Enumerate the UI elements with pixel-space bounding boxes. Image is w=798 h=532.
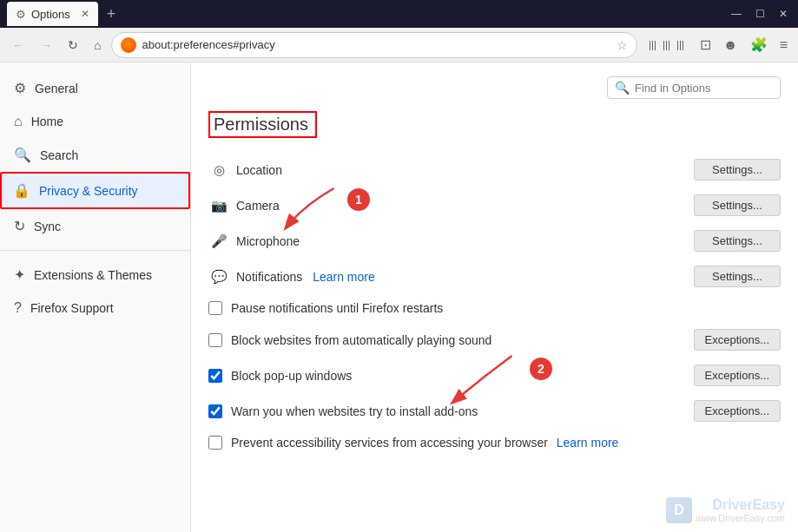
bookmark-star-icon[interactable]: ☆ [617, 38, 628, 52]
gear-icon: ⚙ [16, 8, 26, 21]
minimize-button[interactable]: — [728, 6, 745, 22]
sidebar-label-search: Search [40, 148, 78, 162]
sidebar-label-sync: Sync [34, 220, 61, 233]
sidebar-label-general: General [35, 82, 78, 95]
home-button[interactable]: ⌂ [89, 35, 106, 56]
back-button[interactable]: ← [7, 35, 30, 56]
sidebar-item-sync[interactable]: ↻ Sync [0, 209, 190, 243]
microphone-settings-button[interactable]: Settings... [694, 230, 781, 252]
library-icon[interactable]: ⫼⫼⫼ [643, 34, 691, 56]
watermark-brand: DriverEasy www.DriverEasy.com [696, 497, 785, 523]
tab-close-btn[interactable]: ✕ [81, 8, 89, 20]
account-icon[interactable]: ☻ [720, 34, 742, 56]
sidebar-label-extensions: Extensions & Themes [34, 268, 152, 282]
warn-addons-label: Warn you when websites try to install ad… [231, 404, 685, 418]
extensions-icon[interactable]: 🧩 [747, 33, 771, 56]
content-area: 🔍 Permissions ◎ Location Settings... 📷 C… [191, 62, 798, 532]
block-sound-exceptions-button[interactable]: Exceptions... [694, 329, 781, 351]
block-popup-checkbox[interactable] [208, 369, 222, 383]
annotation-badge-2: 2 [530, 358, 552, 380]
find-options-input[interactable] [635, 82, 773, 95]
window-controls: — ☐ ✕ [728, 6, 791, 22]
tab-label: Options [31, 8, 70, 21]
support-icon: ? [14, 300, 22, 316]
title-bar: ⚙ Options ✕ + — ☐ ✕ [0, 0, 798, 28]
home-icon: ⌂ [14, 114, 23, 129]
accessibility-learn-more-link[interactable]: Learn more [557, 436, 619, 450]
general-icon: ⚙ [14, 80, 26, 96]
tab-area: ⚙ Options ✕ + [7, 0, 728, 28]
refresh-button[interactable]: ↻ [63, 35, 83, 56]
menu-icon[interactable]: ≡ [776, 34, 791, 56]
firefox-logo-icon [121, 37, 136, 53]
perm-row-camera: 📷 Camera Settings... [208, 187, 781, 223]
sidebar-item-support[interactable]: ? Firefox Support [0, 292, 190, 325]
privacy-lock-icon: 🔒 [13, 182, 30, 199]
sidebar: ⚙ General ⌂ Home 🔍 Search 🔒 Privacy & Se… [0, 62, 191, 532]
perm-row-notifications: 💬 Notifications Learn more Settings... [208, 259, 781, 294]
warn-addons-checkbox[interactable] [208, 404, 222, 418]
pause-notifications-checkbox[interactable] [208, 301, 222, 315]
block-sound-label: Block websites from automatically playin… [231, 333, 685, 347]
find-options-bar: 🔍 [607, 76, 781, 99]
perm-label-location: Location [236, 163, 694, 177]
drivereasy-logo-icon: D [666, 497, 692, 523]
camera-icon: 📷 [208, 198, 229, 213]
sidebar-label-privacy: Privacy & Security [39, 184, 138, 198]
block-popup-exceptions-button[interactable]: Exceptions... [694, 365, 781, 386]
sync-icon: ↻ [14, 218, 25, 234]
perm-row-microphone: 🎤 Microphone Settings... [208, 223, 781, 259]
sidebar-item-extensions[interactable]: ✦ Extensions & Themes [0, 258, 190, 292]
sidebar-item-home[interactable]: ⌂ Home [0, 105, 190, 138]
perm-label-microphone: Microphone [236, 234, 694, 248]
maximize-button[interactable]: ☐ [752, 6, 768, 22]
checkbox-row-block-popup: Block pop-up windows Exceptions... [208, 358, 781, 393]
address-bar[interactable]: about:preferences#privacy ☆ [111, 32, 636, 58]
sidebar-item-privacy[interactable]: 🔒 Privacy & Security [0, 172, 190, 209]
permissions-title: Permissions [208, 111, 317, 138]
sidebar-label-support: Firefox Support [30, 301, 114, 315]
url-text: about:preferences#privacy [142, 38, 610, 51]
main-layout: ⚙ General ⌂ Home 🔍 Search 🔒 Privacy & Se… [0, 62, 798, 532]
sidebar-item-general[interactable]: ⚙ General [0, 71, 190, 105]
location-settings-button[interactable]: Settings... [694, 159, 781, 181]
camera-settings-button[interactable]: Settings... [694, 194, 781, 216]
sidebar-divider [0, 250, 190, 251]
close-window-button[interactable]: ✕ [775, 6, 791, 22]
sidebar-label-home: Home [31, 115, 63, 128]
nav-bar: ← → ↻ ⌂ about:preferences#privacy ☆ ⫼⫼⫼ … [0, 28, 798, 62]
prevent-accessibility-label: Prevent accessibility services from acce… [231, 436, 781, 450]
sidebar-item-search[interactable]: 🔍 Search [0, 138, 190, 172]
notifications-icon: 💬 [208, 269, 229, 285]
tab-options[interactable]: ⚙ Options ✕ [7, 2, 98, 26]
notifications-learn-more-link[interactable]: Learn more [313, 270, 375, 284]
nav-right-icons: ⫼⫼⫼ ⊡ ☻ 🧩 ≡ [643, 33, 791, 56]
find-search-icon: 🔍 [615, 81, 630, 95]
perm-label-camera: Camera [236, 199, 694, 213]
extensions-puzzle-icon: ✦ [14, 266, 25, 283]
checkbox-row-prevent-accessibility: Prevent accessibility services from acce… [208, 429, 781, 456]
block-sound-checkbox[interactable] [208, 333, 222, 347]
new-tab-button[interactable]: + [102, 3, 122, 25]
forward-button[interactable]: → [35, 35, 57, 56]
notifications-settings-button[interactable]: Settings... [694, 266, 781, 287]
perm-row-location: ◎ Location Settings... [208, 152, 781, 187]
pause-notifications-label: Pause notifications until Firefox restar… [231, 301, 781, 315]
location-icon: ◎ [208, 162, 229, 178]
perm-label-notifications: Notifications Learn more [236, 270, 694, 284]
checkbox-row-pause-notif: Pause notifications until Firefox restar… [208, 294, 781, 322]
annotation-badge-1: 1 [347, 188, 370, 211]
prevent-accessibility-checkbox[interactable] [208, 436, 222, 450]
microphone-icon: 🎤 [208, 233, 229, 249]
block-popup-label: Block pop-up windows [231, 369, 685, 383]
checkbox-row-block-sound: Block websites from automatically playin… [208, 322, 781, 358]
watermark: D DriverEasy www.DriverEasy.com [666, 497, 785, 523]
checkbox-row-warn-addons: Warn you when websites try to install ad… [208, 393, 781, 429]
search-icon: 🔍 [14, 147, 31, 163]
synced-tabs-icon[interactable]: ⊡ [696, 33, 715, 56]
warn-addons-exceptions-button[interactable]: Exceptions... [694, 400, 781, 422]
